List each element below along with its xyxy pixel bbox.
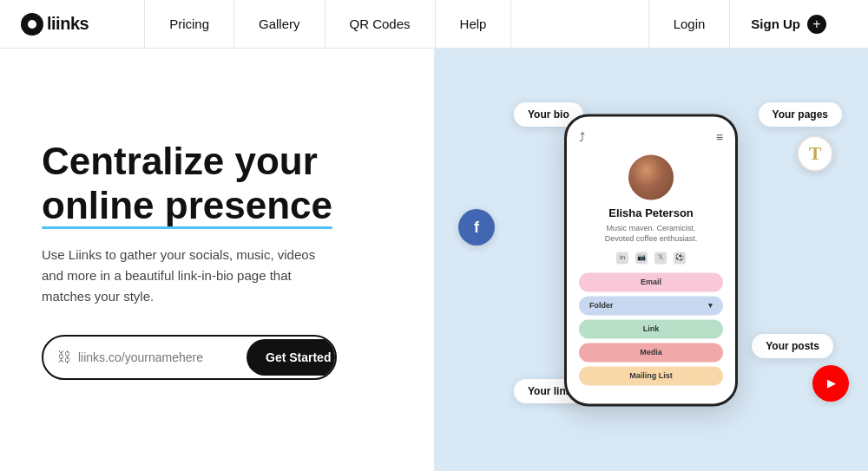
url-input[interactable] [78, 340, 230, 375]
instagram-icon: 📷 [635, 252, 648, 264]
youtube-float-icon[interactable]: ▶ [812, 365, 849, 402]
hero-subtitle: Use Liinks to gather your socials, music… [42, 245, 337, 307]
login-button[interactable]: Login [648, 0, 730, 49]
user-bio: Music maven. Ceramicist.Devoted coffee e… [579, 223, 723, 245]
hero-left: Centralize your online presence Use Liin… [0, 49, 434, 471]
dribbble-icon: ⚽ [674, 252, 686, 264]
nav-help[interactable]: Help [435, 0, 512, 49]
user-avatar [628, 154, 674, 200]
nav-gallery[interactable]: Gallery [233, 0, 325, 49]
facebook-float-icon[interactable]: f [458, 209, 495, 245]
folder-button[interactable]: Folder ▾ [579, 296, 723, 315]
mailing-button[interactable]: Mailing List [579, 366, 723, 385]
logo-icon [21, 13, 43, 36]
user-name: Elisha Peterson [579, 206, 723, 219]
hero-title: Centralize your online presence [42, 140, 392, 227]
email-button[interactable]: Email [579, 272, 723, 291]
logo-text: liinks [47, 14, 89, 34]
nav-pricing[interactable]: Pricing [144, 0, 233, 49]
bubble-your-pages: Your pages [759, 102, 842, 127]
media-button[interactable]: Media [579, 343, 723, 362]
social-icons: in 📷 𝕏 ⚽ [579, 252, 723, 264]
typography-float-icon[interactable]: T [797, 135, 833, 172]
svg-point-1 [28, 20, 36, 29]
navbar: liinks Pricing Gallery QR Codes Help Log… [0, 0, 868, 49]
chain-icon: ⛓ [57, 350, 71, 365]
nav-qr-codes[interactable]: QR Codes [325, 0, 435, 49]
hero-section: Centralize your online presence Use Liin… [0, 49, 868, 471]
nav-links: Pricing Gallery QR Codes Help [144, 0, 511, 49]
linkedin-icon: in [616, 252, 628, 264]
plus-icon: + [807, 15, 826, 34]
phone-mockup: ⤴ ≡ Elisha Peterson Music maven. Ceramic… [564, 114, 738, 406]
phone-top-bar: ⤴ ≡ [579, 130, 723, 144]
get-started-button[interactable]: Get Started [247, 339, 337, 376]
link-button[interactable]: Link [579, 319, 723, 338]
hero-input-group: ⛓ Get Started [42, 335, 337, 380]
twitter-icon: 𝕏 [654, 252, 667, 264]
signup-button[interactable]: Sign Up + [729, 0, 847, 49]
menu-icon: ≡ [716, 130, 723, 144]
hero-right: Your bio Your pages Your links Your post… [434, 49, 868, 471]
share-icon: ⤴ [579, 130, 585, 144]
bubble-your-posts: Your posts [752, 334, 833, 358]
logo[interactable]: liinks [21, 13, 116, 36]
nav-right: Login Sign Up + [648, 0, 847, 49]
